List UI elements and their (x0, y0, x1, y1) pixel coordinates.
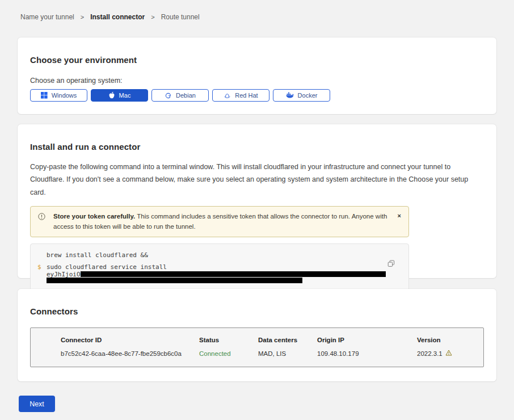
breadcrumb-step-install-connector[interactable]: Install connector (90, 13, 145, 21)
docker-icon (286, 92, 294, 99)
os-select-label: Choose an operating system: (30, 77, 484, 85)
breadcrumb-step-route-tunnel[interactable]: Route tunnel (161, 13, 200, 21)
column-origin-ip: Origin IP (317, 337, 417, 343)
breadcrumb-step-name-tunnel[interactable]: Name your tunnel (20, 13, 74, 21)
shell-prompt: $ (37, 263, 41, 271)
column-connector-id: Connector ID (61, 337, 199, 343)
os-button-label: Red Hat (235, 92, 258, 99)
install-command-block: brew install cloudflared && $ sudo cloud… (30, 243, 409, 291)
breadcrumb-separator: > (151, 14, 154, 20)
token-redaction-bar (47, 278, 302, 283)
redhat-icon (224, 92, 231, 99)
warning-title: Store your token carefully. (53, 213, 135, 220)
os-button-debian[interactable]: Debian (151, 89, 209, 102)
connectors-card: Connectors Connector ID Status Data cent… (18, 289, 496, 381)
version-value: 2022.3.1 (417, 350, 443, 357)
os-button-group: Windows Mac Debian Red Hat (30, 89, 484, 102)
breadcrumb: Name your tunnel > Install connector > R… (20, 13, 200, 21)
token-redaction-bar (81, 271, 386, 277)
choose-environment-card: Choose your environment Choose an operat… (18, 37, 496, 114)
status-badge: Connected (199, 350, 258, 357)
os-button-mac[interactable]: Mac (91, 89, 148, 102)
os-button-label: Debian (176, 92, 196, 99)
column-status: Status (199, 337, 258, 343)
alert-circle-icon (38, 213, 45, 223)
table-header-row: Connector ID Status Data centers Origin … (61, 337, 483, 343)
warning-triangle-icon (445, 350, 452, 357)
token-prefix: eyJhIjoiO (47, 271, 81, 278)
command-line-1: brew install cloudflared && (47, 251, 386, 259)
os-button-label: Mac (119, 92, 131, 99)
data-centers-cell: MAD, LIS (258, 350, 317, 357)
windows-icon (41, 92, 48, 99)
next-button[interactable]: Next (19, 396, 55, 412)
debian-icon (165, 92, 172, 99)
command-line-2: sudo cloudflared service install (47, 263, 386, 271)
breadcrumb-separator: > (81, 14, 84, 20)
column-data-centers: Data centers (258, 337, 317, 343)
environment-card-title: Choose your environment (30, 37, 484, 65)
install-card-title: Install and run a connector (30, 124, 484, 152)
os-button-label: Windows (52, 92, 77, 99)
connectors-table: Connector ID Status Data centers Origin … (30, 327, 484, 367)
copy-command-button[interactable] (387, 260, 395, 267)
apple-icon (108, 91, 115, 99)
install-description: Copy-paste the following command into a … (30, 161, 484, 199)
token-line: eyJhIjoiO (47, 271, 386, 278)
os-button-redhat[interactable]: Red Hat (212, 89, 269, 102)
token-warning-banner: Store your token carefully. This command… (30, 206, 409, 237)
version-cell: 2022.3.1 (417, 350, 483, 357)
column-version: Version (417, 337, 483, 343)
origin-ip-cell: 109.48.10.179 (317, 350, 417, 357)
os-button-windows[interactable]: Windows (30, 89, 87, 102)
table-row: b7c52c42-6caa-48ee-8c77-fbe259cb6c0a Con… (61, 350, 483, 357)
os-button-docker[interactable]: Docker (273, 89, 330, 102)
close-icon[interactable]: × (398, 213, 401, 219)
os-button-label: Docker (298, 92, 318, 99)
install-connector-card: Install and run a connector Copy-paste t… (18, 124, 496, 278)
connectors-card-title: Connectors (30, 289, 484, 316)
connector-id-cell: b7c52c42-6caa-48ee-8c77-fbe259cb6c0a (61, 350, 199, 357)
